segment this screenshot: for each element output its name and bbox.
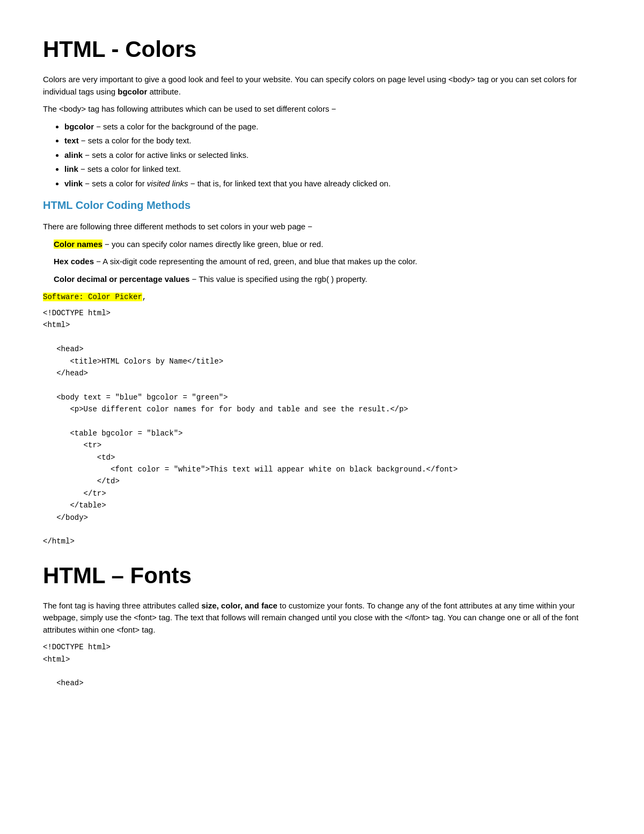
html-fonts-code-block: <!DOCTYPE html> <html> <head> [43, 641, 601, 690]
method1-paragraph: Color names − you can specify color name… [54, 238, 601, 251]
list-item-alink: alink − sets a color for active links or… [64, 149, 601, 162]
comma-after-picker: , [142, 293, 147, 301]
vlink-italic: visited links [147, 179, 188, 188]
method2-paragraph: Hex codes − A six-digit code representin… [54, 256, 601, 268]
color-decimal-desc: − This value is specified using the rgb(… [192, 274, 368, 284]
link-label: link [64, 164, 78, 173]
intro-paragraph-1: Colors are very important to give a good… [43, 74, 601, 98]
color-names-highlight: Color names [54, 240, 103, 249]
vlink-desc-end: − that is, for linked text that you have… [191, 179, 391, 188]
alink-desc: − sets a color for active links or selec… [85, 150, 248, 159]
list-item-link: link − sets a color for linked text. [64, 163, 601, 176]
fonts-intro: The font tag is having three attributes … [43, 600, 601, 636]
intro-paragraph-2: The <body> tag has following attributes … [43, 103, 601, 115]
bgcolor-label: bgcolor [64, 122, 94, 131]
font-attrs-bold: size, color, and face [201, 601, 277, 610]
color-names-desc: − you can specify color names directly l… [105, 240, 323, 249]
color-picker-highlight: Software: Color Picker [43, 293, 142, 301]
list-item-bgcolor: bgcolor − sets a color for the backgroun… [64, 121, 601, 133]
vlink-desc-start: − sets a color for [85, 179, 147, 188]
method3-paragraph: Color decimal or percentage values − Thi… [54, 273, 601, 286]
hex-codes-desc: − A six-digit code representing the amou… [96, 257, 417, 266]
color-coding-heading: HTML Color Coding Methods [43, 197, 601, 213]
vlink-label: vlink [64, 179, 83, 188]
link-desc: − sets a color for linked text. [80, 164, 181, 173]
section2-title: HTML – Fonts [43, 559, 601, 592]
alink-label: alink [64, 150, 83, 159]
html-colors-code-block: <!DOCTYPE html> <html> <head> <title>HTM… [43, 307, 601, 548]
bgcolor-bold: bgcolor [118, 87, 147, 96]
hex-codes-label: Hex codes [54, 257, 94, 266]
text-label: text [64, 136, 79, 145]
text-desc: − sets a color for the body text. [81, 136, 192, 145]
color-decimal-label: Color decimal or percentage values [54, 274, 189, 284]
list-item-vlink: vlink − sets a color for visited links −… [64, 178, 601, 190]
attributes-list: bgcolor − sets a color for the backgroun… [64, 121, 601, 190]
list-item-text: text − sets a color for the body text. [64, 135, 601, 147]
software-line: Software: Color Picker, [43, 291, 601, 303]
methods-intro: There are following three different meth… [43, 221, 601, 233]
section1-title: HTML - Colors [43, 32, 601, 66]
bgcolor-desc: − sets a color for the background of the… [96, 122, 258, 131]
